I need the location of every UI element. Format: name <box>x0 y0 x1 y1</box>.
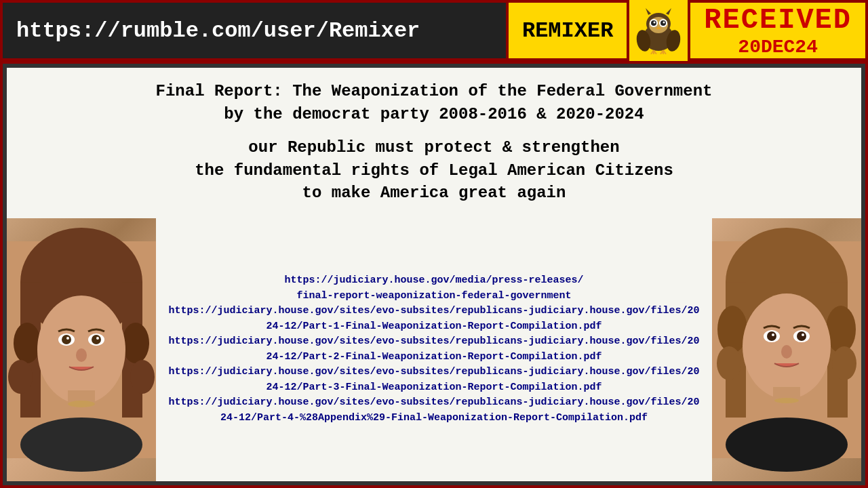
url-text: https://rumble.com/user/Remixer <box>16 18 420 43</box>
subtitle-line1: our Republic must protect & strengthen <box>248 138 619 157</box>
svg-point-45 <box>717 346 741 380</box>
svg-point-51 <box>767 331 776 341</box>
subtitle-line2: the fundamental rights of Legal American… <box>195 161 673 180</box>
svg-point-37 <box>20 418 142 472</box>
svg-point-54 <box>802 333 804 336</box>
svg-point-24 <box>14 323 41 363</box>
svg-marker-3 <box>666 8 671 15</box>
channel-label: REMIXER <box>522 18 613 43</box>
text-section: Final Report: The Weaponization of the F… <box>7 68 861 218</box>
svg-point-36 <box>76 348 87 362</box>
link-2[interactable]: https://judiciary.house.gov/sites/evo-su… <box>166 304 702 334</box>
top-bar: https://rumble.com/user/Remixer REMIXER <box>0 0 868 61</box>
svg-point-56 <box>726 418 848 472</box>
title-line2: by the democrat party 2008-2016 & 2020-2… <box>224 105 644 123</box>
subtitle-line3: to make America great again <box>302 184 566 202</box>
link-4[interactable]: https://judiciary.house.gov/sites/evo-su… <box>166 365 702 395</box>
svg-point-53 <box>772 333 774 336</box>
link-3[interactable]: https://judiciary.house.gov/sites/evo-su… <box>166 334 702 365</box>
left-image <box>7 218 156 481</box>
owl-icon <box>629 0 690 61</box>
svg-point-57 <box>774 398 799 403</box>
link-5[interactable]: https://judiciary.house.gov/sites/evo-su… <box>166 395 702 426</box>
main-content: Final Report: The Weaponization of the F… <box>3 64 865 485</box>
received-date: 20DEC24 <box>738 37 818 58</box>
svg-point-27 <box>130 360 155 394</box>
svg-point-26 <box>8 360 33 394</box>
svg-point-55 <box>781 345 792 359</box>
channel-name: REMIXER <box>509 3 629 58</box>
svg-point-38 <box>68 401 95 407</box>
right-image <box>712 218 861 481</box>
svg-point-52 <box>797 331 806 341</box>
svg-point-25 <box>122 323 149 363</box>
received-box: RECEIVED 20DEC24 <box>690 3 865 58</box>
svg-point-10 <box>663 22 665 24</box>
svg-point-9 <box>654 22 656 24</box>
links-section: https://judiciary.house.gov/media/press-… <box>156 218 712 481</box>
svg-point-35 <box>96 337 99 340</box>
title: Final Report: The Weaponization of the F… <box>20 80 848 125</box>
title-line1: Final Report: The Weaponization of the F… <box>156 82 713 100</box>
svg-point-32 <box>62 335 71 344</box>
link-1[interactable]: https://judiciary.house.gov/media/press-… <box>166 273 702 304</box>
svg-point-33 <box>92 335 101 344</box>
svg-point-34 <box>66 337 69 340</box>
url-display: https://rumble.com/user/Remixer <box>3 3 509 58</box>
svg-marker-2 <box>646 8 651 15</box>
subtitle: our Republic must protect & strengthen t… <box>20 136 848 205</box>
received-label: RECEIVED <box>704 4 852 37</box>
content-row: https://judiciary.house.gov/media/press-… <box>7 218 861 481</box>
svg-point-46 <box>832 346 856 380</box>
